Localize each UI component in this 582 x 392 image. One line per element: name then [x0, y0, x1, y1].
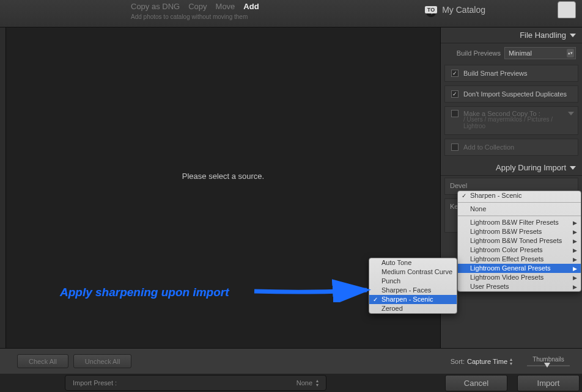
build-previews-select[interactable]: Minimal ▴▾ [504, 47, 576, 59]
preset-zeroed[interactable]: Zeroed [369, 304, 457, 313]
smart-previews-label: Build Smart Previews [463, 70, 528, 77]
sort-control[interactable]: Sort: Capture Time ▴▾ [451, 357, 512, 366]
destination-label: TO My Catalog [425, 5, 485, 15]
mode-copy-as-dng[interactable]: Copy as DNG [131, 2, 180, 11]
smart-previews-row[interactable]: ✓ Build Smart Previews [444, 65, 578, 82]
slider-thumb-icon[interactable] [544, 363, 550, 368]
no-duplicates-row[interactable]: ✓ Don't Import Suspected Duplicates [444, 85, 578, 103]
preset-group-general[interactable]: Lightroom General Presets▶ [458, 264, 581, 273]
import-button[interactable]: Import [517, 375, 580, 391]
develop-preset-submenu[interactable]: Auto Tone Medium Contrast Curve Punch Sh… [369, 258, 457, 314]
left-panel-edge[interactable] [0, 27, 6, 348]
build-previews-label: Build Previews [447, 49, 501, 57]
collapse-icon [570, 166, 576, 170]
mode-subtitle: Add photos to catalog without moving the… [131, 13, 248, 20]
preset-none[interactable]: None [458, 205, 581, 214]
annotation-text: Apply sharpening upon import [60, 286, 229, 299]
checkbox-checked-icon[interactable]: ✓ [451, 90, 459, 98]
mode-move[interactable]: Move [216, 2, 235, 11]
top-bar: Copy as DNG Copy Move Add Add photos to … [0, 0, 582, 27]
develop-preset-menu[interactable]: ✓Sharpen - Scenic None Lightroom B&W Fil… [457, 191, 581, 292]
import-preset-value: None [297, 379, 312, 387]
preset-group-effect[interactable]: Lightroom Effect Presets▶ [458, 255, 581, 264]
stepper-icon: ▴▾ [316, 379, 319, 387]
preset-sharpen-scenic[interactable]: ✓Sharpen - Scenic [369, 295, 457, 304]
to-badge: TO [425, 6, 437, 13]
chevron-down-icon [568, 112, 574, 115]
import-preset-label: Import Preset : [73, 379, 117, 387]
bottom-toolbar: Check All Uncheck All Sort: Capture Time… [0, 348, 582, 374]
collapse-icon [570, 34, 576, 37]
add-to-collection-row[interactable]: ✓ Add to Collection [444, 139, 578, 156]
preset-group-color[interactable]: Lightroom Color Presets▶ [458, 245, 581, 255]
uncheck-all-button[interactable]: Uncheck All [73, 354, 131, 368]
file-handling-header[interactable]: File Handling [441, 27, 582, 43]
preset-group-video[interactable]: Lightroom Video Presets▶ [458, 273, 581, 282]
preset-auto-tone[interactable]: Auto Tone [369, 258, 457, 267]
thumbnail-slider[interactable] [527, 365, 570, 366]
stepper-icon: ▴▾ [567, 49, 574, 57]
preset-current[interactable]: ✓Sharpen - Scenic [458, 191, 581, 200]
annotation-arrow-icon [253, 260, 375, 302]
stepper-icon: ▴▾ [510, 357, 512, 366]
checkbox-unchecked-icon[interactable]: ✓ [451, 143, 459, 151]
preset-punch[interactable]: Punch [369, 277, 457, 286]
mode-add[interactable]: Add [243, 2, 259, 11]
menu-separator [458, 216, 581, 216]
import-preset-select[interactable]: Import Preset : None ▴▾ [65, 375, 326, 391]
second-copy-row[interactable]: ✓ Make a Second Copy To : / Users / maye… [444, 106, 578, 135]
footer: Import Preset : None ▴▾ Cancel Import [0, 374, 582, 392]
no-duplicates-label: Don't Import Suspected Duplicates [463, 90, 567, 98]
preset-group-bw[interactable]: Lightroom B&W Presets▶ [458, 227, 581, 236]
mode-copy[interactable]: Copy [188, 2, 207, 11]
right-panel: File Handling Build Previews Minimal ▴▾ … [440, 27, 582, 348]
thumbnails-label: Thumbnails [532, 356, 564, 363]
thumbnail-size-control[interactable]: Thumbnails [527, 356, 570, 366]
preset-group-bw-toned[interactable]: Lightroom B&W Toned Presets▶ [458, 236, 581, 245]
preset-sharpen-faces[interactable]: Sharpen - Faces [369, 286, 457, 295]
second-copy-path: / Users / mayermiklos / Pictures / Light… [463, 116, 572, 129]
catalog-icon [558, 1, 576, 18]
preset-group-user[interactable]: User Presets▶ [458, 282, 581, 291]
apply-during-import-title: Apply During Import [496, 163, 566, 172]
preset-group-bw-filter[interactable]: Lightroom B&W Filter Presets▶ [458, 218, 581, 227]
apply-during-import-header[interactable]: Apply During Import [441, 160, 582, 176]
select-source-message: Please select a source. [6, 172, 440, 181]
catalog-name[interactable]: My Catalog [442, 5, 485, 15]
copy-modes: Copy as DNG Copy Move Add [131, 2, 259, 11]
check-all-button[interactable]: Check All [17, 354, 68, 368]
checkbox-unchecked-icon[interactable]: ✓ [451, 110, 459, 117]
add-to-collection-label: Add to Collection [463, 143, 514, 151]
cancel-button[interactable]: Cancel [445, 375, 507, 391]
checkbox-checked-icon[interactable]: ✓ [451, 70, 459, 77]
menu-separator [458, 202, 581, 203]
sort-value: Capture Time [467, 358, 507, 365]
build-previews-row: Build Previews Minimal ▴▾ [441, 43, 582, 63]
preset-medium-contrast[interactable]: Medium Contrast Curve [369, 267, 457, 277]
build-previews-value: Minimal [509, 49, 532, 57]
develop-settings-label: Devel [450, 182, 467, 189]
sort-label: Sort: [451, 358, 465, 365]
file-handling-title: File Handling [520, 31, 566, 40]
